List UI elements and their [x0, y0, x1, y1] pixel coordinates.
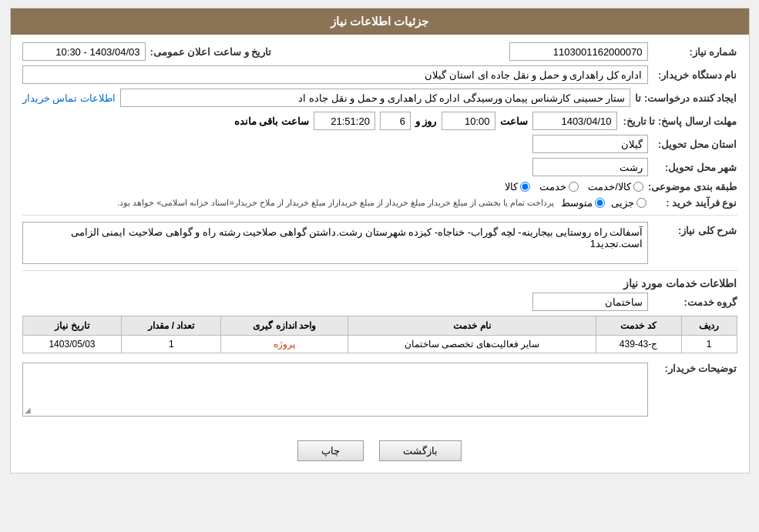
send-days-input[interactable]	[380, 112, 411, 130]
send-date-input[interactable]	[532, 112, 617, 130]
col-header-code: کد خدمت	[596, 316, 681, 336]
cell-date: 1403/05/03	[22, 336, 122, 353]
back-button[interactable]: بازگشت	[379, 440, 462, 461]
col-header-date: تاریخ نیاز	[22, 316, 122, 336]
services-table: ردیف کد خدمت نام خدمت واحد اندازه گیری ت…	[22, 316, 737, 353]
creator-input[interactable]	[120, 89, 631, 107]
row-creator: ایجاد کننده درخواست: تا اطلاعات تماس خری…	[22, 89, 737, 107]
row-need-desc: شرح کلی نیاز: آسفالت راه روستایی بیجارین…	[22, 222, 737, 264]
page-title: جزئیات اطلاعات نیاز	[331, 15, 428, 28]
send-remaining-input[interactable]	[314, 112, 375, 130]
category-option-khadamat[interactable]: خدمت	[539, 181, 579, 192]
page-container: جزئیات اطلاعات نیاز شماره نیاز: تاریخ و …	[10, 8, 750, 473]
buyer-org-label: نام دستگاه خریدار:	[653, 69, 737, 81]
cell-qty: 1	[122, 336, 221, 353]
cell-code: ج-43-439	[596, 336, 681, 353]
footer-buttons: بازگشت چاپ	[11, 429, 749, 473]
send-date-label: مهلت ارسال پاسخ: تا تاریخ:	[622, 115, 737, 127]
process-label: نوع فرآیند خرید :	[653, 197, 737, 209]
process-label-jozi: جزیی	[611, 197, 634, 209]
send-days-label: روز و	[415, 115, 437, 127]
need-desc-textarea[interactable]: آسفالت راه روستایی بیجارینه- لچه گوراب- …	[22, 222, 648, 264]
buyer-desc-label: توضیحات خریدار:	[653, 360, 737, 374]
send-time-input[interactable]	[442, 112, 495, 130]
send-time-label: ساعت	[500, 115, 528, 127]
process-option-motavasset[interactable]: متوسط	[561, 197, 605, 209]
cell-unit[interactable]: پروژه	[221, 336, 348, 353]
need-number-label: شماره نیاز:	[653, 46, 737, 58]
row-city: شهر محل تحویل:	[22, 158, 737, 176]
category-option-kala[interactable]: کالا	[505, 181, 530, 192]
cell-name: سایر فعالیت‌های تخصصی ساختمان	[348, 336, 596, 353]
table-row: 1 ج-43-439 سایر فعالیت‌های تخصصی ساختمان…	[22, 336, 737, 353]
process-option-jozi[interactable]: جزیی	[611, 197, 646, 209]
content-area: شماره نیاز: تاریخ و ساعت اعلان عمومی: نا…	[11, 35, 749, 429]
need-desc-label: شرح کلی نیاز:	[653, 222, 737, 236]
service-group-label: گروه خدمت:	[653, 296, 737, 308]
process-radio-motavasset[interactable]	[595, 198, 605, 208]
row-service-group: گروه خدمت:	[22, 293, 737, 311]
province-label: استان محل تحویل:	[653, 139, 737, 150]
page-header: جزئیات اطلاعات نیاز	[11, 8, 749, 35]
category-label-kala-khadamat: کالا/خدمت	[588, 181, 631, 192]
creator-label: ایجاد کننده درخواست: تا	[635, 92, 737, 104]
category-radio-group: کالا/خدمت خدمت کالا	[505, 181, 643, 192]
divider-2	[22, 270, 737, 271]
row-send-date: مهلت ارسال پاسخ: تا تاریخ: ساعت روز و سا…	[22, 112, 737, 130]
row-province: استان محل تحویل:	[22, 135, 737, 153]
city-input[interactable]	[532, 158, 648, 176]
category-label-kala: کالا	[505, 181, 518, 192]
resize-icon: ◢	[25, 406, 31, 414]
category-radio-kala-khadamat[interactable]	[633, 182, 643, 192]
row-buyer-desc: توضیحات خریدار: ◢	[22, 360, 737, 417]
divider-1	[22, 215, 737, 216]
services-title: اطلاعات خدمات مورد نیاز	[22, 277, 737, 289]
table-header-row: ردیف کد خدمت نام خدمت واحد اندازه گیری ت…	[22, 316, 737, 336]
announce-date-label: تاریخ و ساعت اعلان عمومی:	[150, 46, 272, 58]
send-remaining-label: ساعت باقی مانده	[234, 115, 309, 127]
announce-date-input[interactable]	[22, 42, 146, 61]
col-header-unit: واحد اندازه گیری	[221, 316, 348, 336]
process-radio-jozi[interactable]	[636, 198, 646, 208]
process-description: پرداخت تمام یا بخشی از مبلغ خریدار مبلغ …	[117, 198, 554, 208]
row-category: طبقه بندی موضوعی: کالا/خدمت خدمت کالا	[22, 181, 737, 192]
creator-contact-link[interactable]: اطلاعات تماس خریدار	[22, 92, 116, 104]
cell-row-number: 1	[681, 336, 737, 353]
category-option-kala-khadamat[interactable]: کالا/خدمت	[588, 181, 643, 192]
row-need-number: شماره نیاز: تاریخ و ساعت اعلان عمومی:	[22, 42, 737, 61]
print-button[interactable]: چاپ	[297, 440, 364, 461]
service-group-input[interactable]	[532, 293, 648, 311]
process-label-motavasset: متوسط	[561, 197, 593, 209]
buyer-org-input[interactable]	[22, 65, 648, 84]
col-header-row: ردیف	[681, 316, 737, 336]
category-label: طبقه بندی موضوعی:	[648, 181, 737, 192]
row-process: نوع فرآیند خرید : جزیی متوسط پرداخت تمام…	[22, 197, 737, 209]
category-radio-khadamat[interactable]	[569, 182, 579, 192]
row-buyer-org: نام دستگاه خریدار:	[22, 65, 737, 84]
city-label: شهر محل تحویل:	[653, 162, 737, 173]
need-number-input[interactable]	[509, 42, 648, 61]
category-label-khadamat: خدمت	[539, 181, 566, 192]
col-header-qty: تعداد / مقدار	[122, 316, 221, 336]
category-radio-kala[interactable]	[520, 182, 530, 192]
buyer-desc-container: ◢	[22, 363, 648, 417]
col-header-name: نام خدمت	[348, 316, 596, 336]
province-input[interactable]	[532, 135, 648, 153]
